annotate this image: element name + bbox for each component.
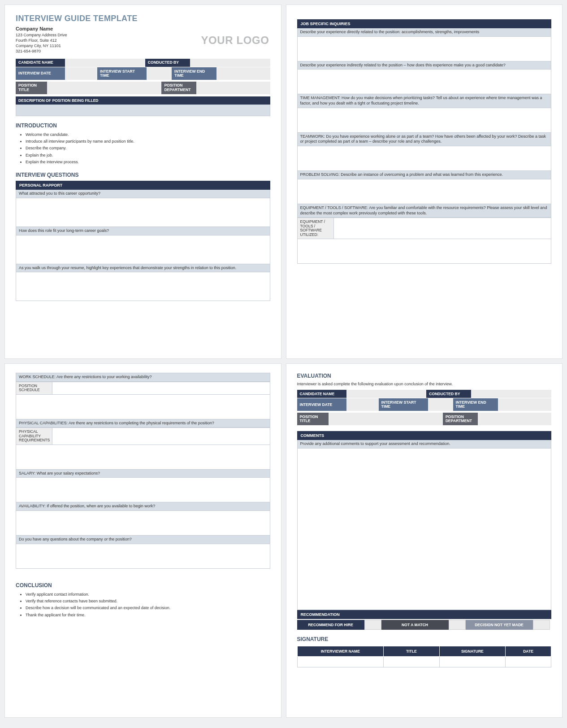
sig-cell-sig[interactable] bbox=[439, 656, 505, 667]
conclusion-item: Thank the applicant for their time. bbox=[26, 612, 270, 619]
doc-title: INTERVIEW GUIDE TEMPLATE bbox=[16, 14, 270, 23]
job-q4: TEAMWORK: Do you have experience working… bbox=[297, 133, 552, 146]
label-conducted-by: CONDUCTED BY bbox=[145, 59, 190, 67]
input-end-time[interactable] bbox=[216, 67, 270, 80]
comments-box[interactable] bbox=[297, 449, 552, 610]
input-interview-date[interactable] bbox=[65, 67, 97, 80]
sig-col-date: DATE bbox=[506, 646, 551, 656]
job-a6[interactable] bbox=[297, 239, 552, 264]
input-position-title[interactable] bbox=[47, 82, 161, 94]
label-interview-date: INTERVIEW DATE bbox=[16, 67, 65, 80]
eval-label-conducted: CONDUCTED BY bbox=[426, 390, 471, 398]
eval-input-candidate[interactable] bbox=[346, 390, 427, 398]
label-desc: DESCRIPTION OF POSITION BEING FILLED bbox=[16, 96, 270, 105]
p3-q5: Do you have any questions about the comp… bbox=[16, 536, 270, 544]
sig-heading: SIGNATURE bbox=[297, 636, 552, 642]
eval-label-posdept: POSITION DEPARTMENT bbox=[443, 413, 478, 425]
p3-q1: WORK SCHEDULE: Are there any restriction… bbox=[16, 373, 270, 382]
intro-heading: INTRODUCTION bbox=[16, 122, 270, 129]
conclusion-item: Verify that reference contacts have been… bbox=[26, 598, 270, 605]
p3-q2-sub: PHYSICAL CAPABILITY REQUIREMENTS bbox=[16, 427, 52, 445]
intro-item: Introduce all interview participants by … bbox=[26, 138, 270, 145]
rec-undecided-check[interactable] bbox=[533, 620, 550, 630]
rapport-header: PERSONAL RAPPORT bbox=[16, 181, 270, 190]
job-a4[interactable] bbox=[297, 146, 552, 171]
sig-col-name: INTERVIEWER NAME bbox=[297, 646, 384, 656]
p3-q2: PHYSICAL CAPABILITIES: Are there any res… bbox=[16, 419, 270, 428]
p3-q1-sub: POSITION SCHEDULE bbox=[16, 382, 52, 395]
conclusion-list: Verify applicant contact information. Ve… bbox=[26, 591, 270, 619]
logo-placeholder: YOUR LOGO bbox=[201, 34, 269, 47]
p3-q2-sub-input[interactable] bbox=[52, 427, 270, 445]
job-q5: PROBLEM SOLVING: Describe an instance of… bbox=[297, 171, 552, 179]
input-start-time[interactable] bbox=[147, 67, 172, 80]
page-4: EVALUATION Interviewer is asked complete… bbox=[286, 363, 563, 718]
job-q2: Describe your experience indirectly rela… bbox=[297, 61, 552, 70]
job-a3[interactable] bbox=[297, 108, 552, 133]
company-name: Company Name bbox=[16, 26, 270, 31]
eval-label-date: INTERVIEW DATE bbox=[297, 398, 346, 411]
sig-cell-title[interactable] bbox=[384, 656, 440, 667]
sig-cell-date[interactable] bbox=[506, 656, 551, 667]
eval-input-date[interactable] bbox=[346, 398, 379, 411]
p3-q3: SALARY: What are your salary expectation… bbox=[16, 470, 270, 478]
p3-a5[interactable] bbox=[16, 544, 270, 569]
job-a1[interactable] bbox=[297, 37, 552, 61]
rec-hire-label: RECOMMEND FOR HIRE bbox=[297, 620, 364, 630]
page-3: WORK SCHEDULE: Are there any restriction… bbox=[4, 363, 281, 718]
input-desc[interactable] bbox=[16, 105, 270, 116]
eval-note: Interviewer is asked complete the follow… bbox=[297, 382, 552, 386]
conclusion-item: Verify applicant contact information. bbox=[26, 591, 270, 598]
sig-col-sig: SIGNATURE bbox=[439, 646, 505, 656]
rapport-a3[interactable] bbox=[16, 272, 270, 301]
p3-a3[interactable] bbox=[16, 478, 270, 502]
rec-notmatch-check[interactable] bbox=[449, 620, 466, 630]
eval-input-end[interactable] bbox=[498, 398, 552, 411]
label-candidate-name: CANDIDATE NAME bbox=[16, 59, 65, 67]
rapport-q1: What attracted you to this career opport… bbox=[16, 190, 270, 198]
sig-table: INTERVIEWER NAME TITLE SIGNATURE DATE bbox=[297, 646, 552, 667]
rec-undecided-label: DECISION NOT YET MADE bbox=[466, 620, 533, 630]
rec-hire-check[interactable] bbox=[364, 620, 381, 630]
page-1: INTERVIEW GUIDE TEMPLATE Company Name 12… bbox=[4, 4, 281, 359]
p3-a1[interactable] bbox=[16, 395, 270, 419]
eval-label-start: INTERVIEW START TIME bbox=[379, 398, 428, 411]
eval-label-postitle: POSITION TITLE bbox=[297, 413, 329, 425]
eval-heading: EVALUATION bbox=[297, 373, 552, 379]
rec-notmatch-label: NOT A MATCH bbox=[381, 620, 449, 630]
page-2: JOB SPECIFIC INQUIRIES Describe your exp… bbox=[286, 4, 563, 359]
eval-input-conducted[interactable] bbox=[471, 390, 551, 398]
sig-cell-name[interactable] bbox=[297, 656, 384, 667]
rec-row: RECOMMEND FOR HIRE NOT A MATCH DECISION … bbox=[297, 620, 552, 630]
job-a2[interactable] bbox=[297, 70, 552, 94]
job-header: JOB SPECIFIC INQUIRIES bbox=[297, 19, 552, 28]
comments-prompt: Provide any additional comments to suppo… bbox=[297, 440, 552, 449]
p3-a2[interactable] bbox=[16, 445, 270, 470]
rapport-a2[interactable] bbox=[16, 235, 270, 264]
rapport-a1[interactable] bbox=[16, 198, 270, 227]
eval-input-posdept[interactable] bbox=[478, 413, 551, 425]
input-conducted-by[interactable] bbox=[190, 59, 270, 67]
eval-input-start[interactable] bbox=[428, 398, 453, 411]
sig-col-title: TITLE bbox=[384, 646, 440, 656]
intro-item: Welcome the candidate. bbox=[26, 131, 270, 138]
iq-heading: INTERVIEW QUESTIONS bbox=[16, 172, 270, 178]
label-start-time: INTERVIEW START TIME bbox=[97, 67, 147, 80]
eval-label-end: INTERVIEW END TIME bbox=[453, 398, 498, 411]
label-end-time: INTERVIEW END TIME bbox=[172, 67, 216, 80]
intro-item: Explain the job. bbox=[26, 152, 270, 159]
p3-q1-sub-input[interactable] bbox=[52, 382, 270, 395]
job-q6: EQUIPMENT / TOOLS / SOFTWARE: Are you fa… bbox=[297, 204, 552, 218]
job-a5[interactable] bbox=[297, 179, 552, 204]
rapport-q3: As you walk us through your resume, high… bbox=[16, 264, 270, 273]
label-position-dept: POSITION DEPARTMENT bbox=[161, 82, 196, 94]
p3-a4[interactable] bbox=[16, 511, 270, 536]
intro-item: Explain the interview process. bbox=[26, 159, 270, 166]
input-candidate-name[interactable] bbox=[65, 59, 145, 67]
job-q6-sub-input[interactable] bbox=[334, 218, 552, 239]
eval-input-postitle[interactable] bbox=[329, 413, 443, 425]
label-position-title: POSITION TITLE bbox=[16, 82, 47, 94]
job-q3: TIME MANAGEMENT: How do you make decisio… bbox=[297, 94, 552, 108]
intro-list: Welcome the candidate. Introduce all int… bbox=[26, 131, 270, 166]
input-position-dept[interactable] bbox=[196, 82, 270, 94]
